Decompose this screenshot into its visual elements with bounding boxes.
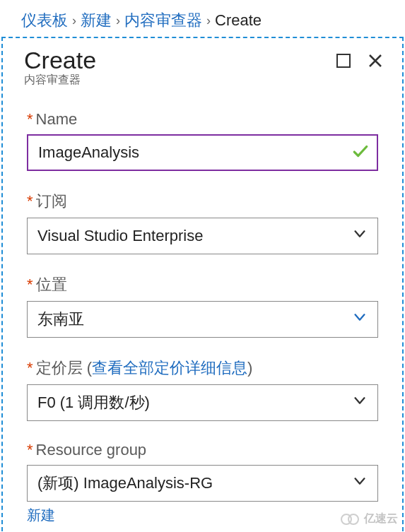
label-subscription: *订阅 — [27, 191, 378, 212]
required-icon: * — [27, 192, 33, 210]
chevron-down-icon — [352, 226, 368, 246]
field-pricing: *定价层 (查看全部定价详细信息) F0 (1 调用数/秒) — [27, 357, 378, 421]
chevron-down-icon — [352, 473, 368, 493]
chevron-right-icon: › — [72, 13, 76, 28]
breadcrumb-current: Create — [215, 11, 262, 30]
create-new-link[interactable]: 新建 — [27, 506, 55, 525]
breadcrumb: 仪表板 › 新建 › 内容审查器 › Create — [0, 0, 405, 37]
label-resource-group: *Resource group — [27, 441, 378, 459]
panel-header: Create 内容审查器 — [3, 38, 402, 90]
create-form: *Name *订阅 Visual Studio Enterprise — [3, 90, 402, 525]
location-value: 东南亚 — [37, 309, 84, 330]
required-icon: * — [27, 110, 33, 128]
required-icon: * — [27, 359, 33, 377]
breadcrumb-link-content-moderator[interactable]: 内容审查器 — [124, 10, 202, 31]
resource-group-value: (新项) ImageAnalysis-RG — [37, 473, 213, 494]
watermark: 亿速云 — [340, 512, 398, 526]
close-icon[interactable] — [367, 52, 384, 72]
location-select[interactable]: 东南亚 — [27, 301, 378, 338]
svg-rect-0 — [337, 54, 350, 67]
chevron-right-icon: › — [116, 13, 120, 28]
subscription-select[interactable]: Visual Studio Enterprise — [27, 218, 378, 254]
page-subtitle: 内容审查器 — [24, 73, 96, 88]
svg-point-2 — [348, 514, 358, 524]
required-icon: * — [27, 441, 33, 459]
page-title: Create — [24, 47, 96, 74]
pricing-select[interactable]: F0 (1 调用数/秒) — [27, 384, 378, 421]
chevron-right-icon: › — [206, 13, 211, 28]
field-location: *位置 东南亚 — [27, 274, 378, 338]
name-input[interactable] — [27, 134, 378, 171]
watermark-text: 亿速云 — [364, 512, 398, 526]
watermark-icon — [340, 513, 361, 526]
create-panel: Create 内容审查器 *Name * — [1, 37, 404, 531]
pricing-value: F0 (1 调用数/秒) — [37, 392, 150, 413]
resource-group-select[interactable]: (新项) ImageAnalysis-RG — [27, 465, 378, 502]
label-location: *位置 — [27, 274, 378, 295]
label-pricing: *定价层 (查看全部定价详细信息) — [27, 357, 378, 379]
required-icon: * — [27, 276, 33, 293]
chevron-down-icon — [352, 393, 368, 413]
pricing-details-link[interactable]: 查看全部定价详细信息 — [92, 359, 247, 377]
subscription-value: Visual Studio Enterprise — [37, 227, 203, 245]
check-icon — [351, 142, 370, 163]
label-name: *Name — [27, 110, 378, 129]
chevron-down-icon — [352, 309, 368, 329]
field-name: *Name — [27, 110, 378, 171]
pin-icon[interactable] — [336, 53, 351, 71]
field-subscription: *订阅 Visual Studio Enterprise — [27, 191, 378, 254]
breadcrumb-link-new[interactable]: 新建 — [81, 10, 112, 31]
field-resource-group: *Resource group (新项) ImageAnalysis-RG 新建 — [27, 441, 378, 525]
breadcrumb-link-dashboard[interactable]: 仪表板 — [21, 10, 68, 31]
